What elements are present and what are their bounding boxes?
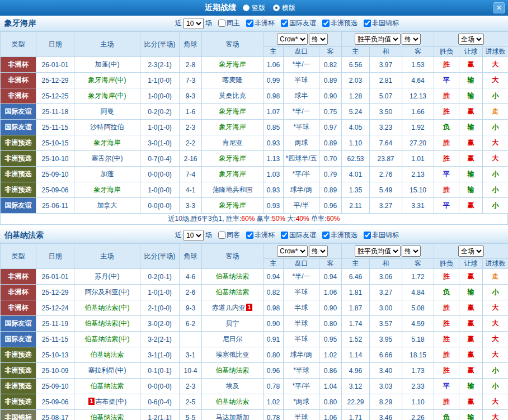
away-team[interactable]: 莫桑比克 [202,88,264,104]
away-team[interactable]: 喀麦隆 [202,73,264,88]
away-team[interactable]: 贝宁 [202,316,264,332]
competition-checkbox[interactable] [281,232,288,239]
layout-radio-horizontal[interactable]: 横版 [273,3,295,13]
home-team[interactable]: 塞舌尔(中) [74,151,140,167]
score[interactable]: 2-1(0-0) [140,300,180,316]
competition-filter[interactable]: 国际友谊 [281,18,316,28]
competition-checkbox[interactable] [364,232,371,239]
competition-filter[interactable]: 非洲预选 [322,230,358,240]
away-team[interactable]: 肯尼亚 [202,135,264,151]
score[interactable]: 0-7(0-4) [140,151,180,167]
competition-checkbox[interactable] [246,232,253,239]
home-team[interactable]: 苏丹(中) [74,269,140,285]
score[interactable]: 3-1(1-0) [140,347,180,363]
competition-checkbox[interactable] [322,20,330,27]
odds-source-select[interactable]: Crow* [277,34,308,45]
team-name: 伯基纳法索 [216,272,250,280]
score[interactable]: 3-0(1-0) [140,135,180,151]
avg-final-select[interactable]: 终 [402,34,421,45]
away-team[interactable]: 象牙海岸 [202,120,264,135]
score[interactable]: 0-0(0-0) [140,167,180,182]
home-team[interactable]: 沙特阿拉伯 [74,120,140,135]
away-team[interactable]: 蒲隆地共和国 [202,182,264,198]
avg-final-select[interactable]: 终 [402,246,421,257]
score[interactable]: 0-6(0-4) [140,394,180,410]
home-team[interactable]: 伯基纳法索 [74,379,140,394]
layout-radio-vertical[interactable]: 竖版 [243,3,265,13]
odds-final-select[interactable]: 终 [309,246,328,257]
home-team[interactable]: 塞拉利昂(中) [74,363,140,379]
match-count-select[interactable]: 10 [184,18,204,29]
competition-checkbox[interactable] [246,20,253,27]
home-team[interactable]: 加蓬 [74,167,140,182]
home-team[interactable]: 伯基纳法索(中) [74,332,140,347]
score[interactable]: 0-1(0-1) [140,363,180,379]
competition-filter[interactable]: 非洲预选 [322,18,358,28]
home-team[interactable]: 伯基纳法索 [74,410,140,420]
odds-final-select[interactable]: 终 [309,34,328,45]
close-icon[interactable]: ✕ [493,2,505,13]
away-team[interactable]: 赤道几内亚1 [202,300,264,316]
away-team[interactable]: 象牙海岸 [202,57,264,73]
away-team[interactable]: 象牙海岸 [202,151,264,167]
away-team[interactable]: 埃塞俄比亚 [202,347,264,363]
away-team[interactable]: 马达加斯加 [202,410,264,420]
home-team[interactable]: 阿曼 [74,104,140,120]
score[interactable]: 1-2(1-1) [140,410,180,420]
competition-filter[interactable]: 非国锦标 [364,230,399,240]
away-team[interactable]: 象牙海岸 [202,167,264,182]
home-team[interactable]: 伯基纳法索(中) [74,316,140,332]
same-venue-filter[interactable]: 同客 [218,230,240,240]
competition-checkbox[interactable] [322,232,330,239]
score[interactable]: 3-2(2-1) [140,332,180,347]
home-team[interactable]: 象牙海岸(中) [74,73,140,88]
competition-filter[interactable]: 非洲杯 [246,18,275,28]
away-team[interactable]: 伯基纳法索 [202,363,264,379]
away-team[interactable]: 伯基纳法索 [202,394,264,410]
summary-segment: 40% [296,215,309,223]
score[interactable]: 1-0(1-0) [140,120,180,135]
away-team[interactable]: 伯基纳法索 [202,269,264,285]
same-venue-checkbox[interactable] [218,20,225,27]
same-venue-filter[interactable]: 同主 [218,18,240,28]
home-team[interactable]: 伯基纳法索 [74,347,140,363]
competition-checkbox[interactable] [281,20,288,27]
match-date: 25-10-15 [36,135,74,151]
away-team[interactable]: 埃及 [202,379,264,394]
goals-result: 大 [483,394,508,410]
score[interactable]: 0-2(0-2) [140,104,180,120]
score[interactable]: 0-0(0-0) [140,198,180,214]
avg-select[interactable]: 胜平负均值 [355,34,401,45]
same-venue-checkbox[interactable] [218,232,225,239]
away-team[interactable]: 伯基纳法索 [202,285,264,300]
score[interactable]: 1-0(1-0) [140,285,180,300]
home-team[interactable]: 阿尔及利亚(中) [74,285,140,300]
competition-checkbox[interactable] [364,20,371,27]
score[interactable]: 3-0(2-0) [140,316,180,332]
home-team[interactable]: 象牙海岸(中) [74,88,140,104]
goals-result: 大 [483,73,508,88]
home-team[interactable]: 加蓬(中) [74,57,140,73]
score[interactable]: 0-2(0-1) [140,269,180,285]
competition-filter[interactable]: 国际友谊 [281,230,316,240]
score[interactable]: 2-3(2-1) [140,57,180,73]
competition-filter[interactable]: 非国锦标 [364,18,399,28]
scope-select[interactable]: 全场 [458,246,484,257]
scope-select[interactable]: 全场 [458,34,484,45]
home-team[interactable]: 1吉布提(中) [74,394,140,410]
score[interactable]: 1-0(0-0) [140,182,180,198]
avg-select[interactable]: 胜平负均值 [355,246,401,257]
home-team[interactable]: 伯基纳法索(中) [74,300,140,316]
competition-filter[interactable]: 非洲杯 [246,230,275,240]
score[interactable]: 0-0(0-0) [140,379,180,394]
away-team[interactable]: 尼日尔 [202,332,264,347]
match-count-select[interactable]: 10 [184,230,204,241]
odds-source-select[interactable]: Crow* [277,246,308,257]
home-team[interactable]: 象牙海岸 [74,135,140,151]
score[interactable]: 1-0(0-0) [140,88,180,104]
away-team[interactable]: 象牙海岸 [202,198,264,214]
home-team[interactable]: 加拿大 [74,198,140,214]
score[interactable]: 1-1(0-0) [140,73,180,88]
home-team[interactable]: 象牙海岸 [74,182,140,198]
away-team[interactable]: 象牙海岸 [202,104,264,120]
